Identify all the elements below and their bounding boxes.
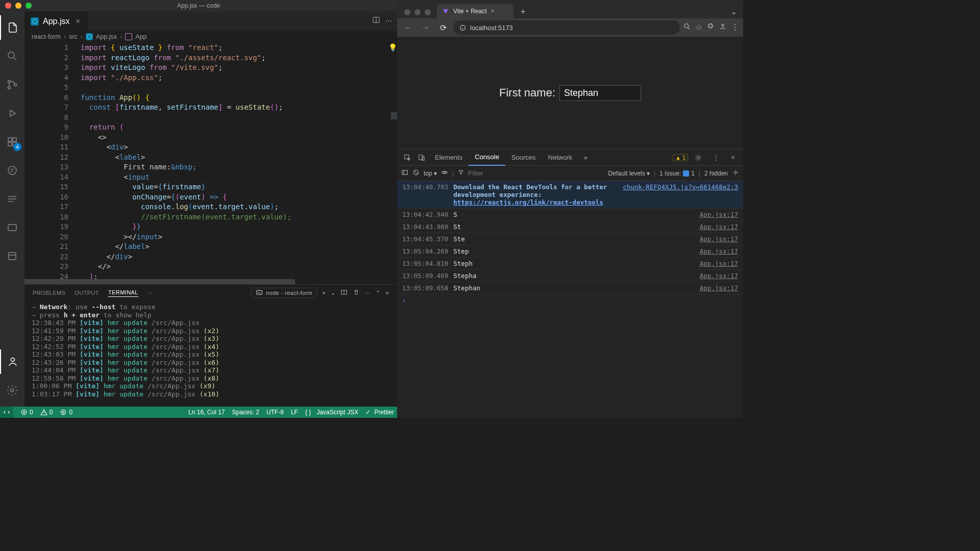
extensions-icon[interactable] — [706, 22, 715, 33]
settings-gear-icon[interactable] — [0, 378, 24, 403]
close-panel-icon[interactable]: × — [385, 290, 389, 296]
source-link[interactable]: App.jsx:17 — [700, 272, 738, 280]
console-row[interactable]: 13:05:04.269StepApp.jsx:17 — [397, 245, 743, 258]
console-row[interactable]: 13:05:09.469StephaApp.jsx:17 — [397, 270, 743, 282]
source-control-icon[interactable] — [0, 72, 24, 97]
traffic-close[interactable] — [5, 3, 11, 9]
browser-traffic-lights[interactable] — [401, 9, 434, 18]
profile-icon[interactable] — [719, 22, 727, 33]
menu-icon[interactable]: ⋮ — [731, 22, 739, 33]
run-debug-icon[interactable] — [0, 101, 24, 126]
breadcrumb-item[interactable]: App — [135, 33, 146, 40]
remote-indicator[interactable] — [0, 407, 13, 418]
terminal-more-icon[interactable]: ··· — [365, 290, 370, 296]
devtools-warning-badge[interactable]: ▲ 1 — [673, 154, 688, 161]
console-row[interactable]: 13:05:04.810StephApp.jsx:17 — [397, 258, 743, 270]
console-sidebar-icon[interactable] — [401, 169, 408, 178]
activity-item-8[interactable] — [0, 244, 24, 268]
terminal-dropdown-icon[interactable]: ⌄ — [331, 290, 335, 296]
activity-item-5[interactable] — [0, 158, 24, 183]
activity-item-7[interactable] — [0, 215, 24, 240]
more-actions-icon[interactable]: ··· — [385, 16, 392, 26]
source-link[interactable]: App.jsx:17 — [700, 247, 738, 255]
accounts-icon[interactable] — [0, 349, 24, 374]
cursor-position[interactable]: Ln 16, Col 17 — [188, 409, 225, 416]
new-tab-icon[interactable]: + — [517, 5, 529, 18]
console-row[interactable]: 13:05:09.658StephanApp.jsx:17 — [397, 282, 743, 294]
source-link[interactable]: App.jsx:17 — [700, 235, 738, 243]
back-icon[interactable]: ← — [401, 20, 415, 35]
console-prompt[interactable]: › — [397, 294, 743, 306]
code-editor[interactable]: 123456789101112131415161718192021222324 … — [24, 43, 397, 279]
breadcrumb-item[interactable]: src — [69, 33, 78, 40]
site-info-icon[interactable] — [459, 24, 466, 31]
language-mode[interactable]: { } JavaScript JSX — [305, 409, 358, 416]
chevron-down-icon[interactable]: ⌄ — [728, 5, 739, 18]
explorer-icon[interactable] — [0, 15, 24, 40]
context-selector[interactable]: top ▾ — [424, 170, 437, 177]
source-link[interactable]: App.jsx:17 — [700, 223, 738, 231]
minimap[interactable] — [390, 43, 397, 279]
traffic-zoom[interactable] — [26, 3, 32, 9]
close-tab-icon[interactable]: × — [74, 17, 82, 26]
source-link[interactable]: App.jsx:17 — [700, 211, 738, 218]
extensions-icon[interactable]: 4 — [0, 130, 24, 154]
live-expression-icon[interactable] — [441, 169, 448, 178]
terminal-content[interactable]: → Network: use --host to expose → press … — [24, 301, 397, 407]
prettier-status[interactable]: ✓ Prettier — [365, 409, 394, 416]
console-filter-input[interactable] — [468, 169, 554, 177]
ports-count[interactable]: 0 — [60, 409, 72, 416]
firstname-input[interactable] — [559, 85, 641, 101]
devtools-tab-console[interactable]: Console — [469, 149, 505, 166]
devtools-tab-elements[interactable]: Elements — [429, 149, 469, 166]
panel-tab-terminal[interactable]: TERMINAL — [108, 289, 138, 297]
terminal-task[interactable]: node - react-form — [251, 288, 317, 298]
browser-tab[interactable]: Vite + React × — [437, 4, 513, 18]
console-row[interactable]: 13:04:45.370SteApp.jsx:17 — [397, 233, 743, 245]
more-tabs-icon[interactable]: » — [578, 151, 593, 165]
zoom-icon[interactable] — [683, 22, 691, 33]
breadcrumbs[interactable]: react-form› src› App.jsx› App — [24, 31, 397, 43]
devtools-menu-icon[interactable]: ⋮ — [708, 151, 723, 165]
clear-console-icon[interactable] — [412, 169, 420, 178]
panel-tab-output[interactable]: OUTPUT — [75, 290, 99, 296]
error-count[interactable]: 0 — [20, 409, 33, 416]
warning-count[interactable]: 0 — [40, 409, 53, 416]
console-row[interactable]: 13:04:40.703Download the React DevTools … — [397, 181, 743, 209]
devtools-tab-network[interactable]: Network — [542, 149, 579, 166]
devtools-close-icon[interactable]: × — [726, 151, 740, 165]
address-bar[interactable]: localhost:5173 — [453, 20, 680, 35]
breadcrumb-item[interactable]: react-form — [32, 33, 61, 40]
indent-spaces[interactable]: Spaces: 2 — [232, 409, 259, 416]
source-link[interactable]: App.jsx:17 — [700, 260, 738, 267]
inspect-element-icon[interactable] — [400, 151, 414, 165]
console-row[interactable]: 13:04:42.940SApp.jsx:17 — [397, 209, 743, 221]
editor-tab-app-jsx[interactable]: App.jsx × — [24, 11, 88, 31]
log-levels-selector[interactable]: Default levels ▾ — [608, 170, 650, 177]
source-link[interactable]: chunk-REFQ4XJ5.js?v=661468e2:3 — [623, 183, 738, 206]
split-editor-icon[interactable] — [372, 16, 380, 26]
breadcrumb-item[interactable]: App.jsx — [96, 33, 117, 40]
activity-item-6[interactable] — [0, 187, 24, 211]
bookmark-icon[interactable]: ☆ — [695, 22, 702, 33]
split-terminal-icon[interactable] — [340, 289, 348, 297]
search-icon[interactable] — [0, 44, 24, 68]
console-settings-icon[interactable] — [732, 169, 739, 178]
panel-tab-problems[interactable]: PROBLEMS — [33, 290, 65, 296]
device-toolbar-icon[interactable] — [414, 151, 429, 165]
panel-tab-more[interactable]: ··· — [148, 290, 153, 296]
eol[interactable]: LF — [291, 409, 298, 416]
encoding[interactable]: UTF-8 — [266, 409, 284, 416]
new-terminal-icon[interactable]: + — [322, 290, 326, 296]
editor-hscrollbar[interactable] — [24, 279, 397, 284]
maximize-panel-icon[interactable]: ⌃ — [376, 290, 380, 296]
console-output[interactable]: 13:04:40.703Download the React DevTools … — [397, 181, 743, 418]
source-link[interactable]: App.jsx:17 — [700, 284, 738, 292]
devtools-tab-sources[interactable]: Sources — [505, 149, 542, 166]
traffic-minimize[interactable] — [15, 3, 21, 9]
close-tab-icon[interactable]: × — [491, 8, 494, 15]
kill-terminal-icon[interactable] — [353, 289, 360, 297]
console-row[interactable]: 13:04:43.960StApp.jsx:17 — [397, 221, 743, 233]
hidden-messages[interactable]: 2 hidden — [704, 170, 728, 177]
reload-icon[interactable]: ⟳ — [436, 20, 450, 35]
